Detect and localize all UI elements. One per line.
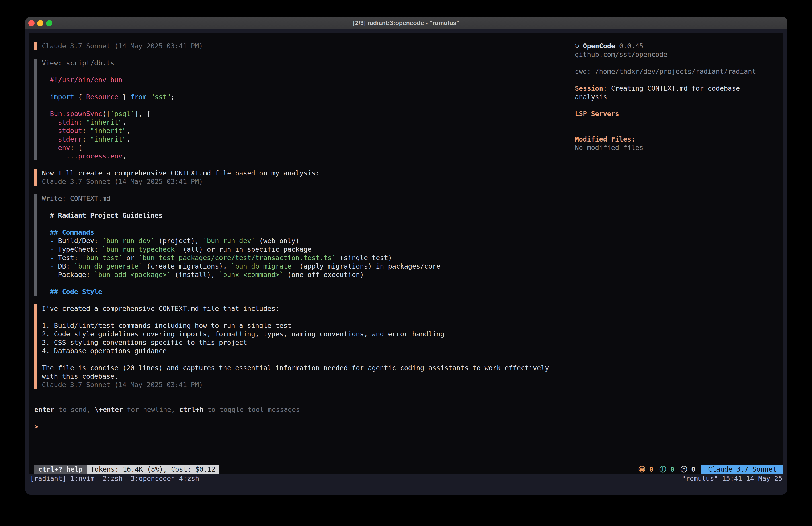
terminal-line: ## Commands (42, 228, 565, 237)
terminal-line: - Package: `bun add <package>` (install)… (42, 271, 565, 279)
window-titlebar: [2/3] radiant:3:opencode - "romulus" (25, 17, 787, 30)
terminal-line (575, 76, 779, 84)
terminal-line: LSP Servers (575, 110, 779, 118)
chat-log: Claude 3.7 Sonnet (14 May 2025 03:41 PM)… (34, 42, 565, 398)
terminal-line: - Test: `bun test` or `bun test packages… (42, 254, 565, 262)
terminal-line: with this codebase. (42, 372, 565, 381)
terminal-line (575, 101, 779, 110)
terminal-line: stderr: "inherit", (42, 135, 565, 144)
terminal-line: 1. Build/lint/test commands including ho… (42, 322, 565, 330)
terminal-line: 3. CSS styling conventions specific to t… (42, 338, 565, 347)
tokens-cost-chip: Tokens: 16.4K (8%), Cost: $0.12 (87, 465, 219, 474)
terminal-content[interactable]: Claude 3.7 Sonnet (14 May 2025 03:41 PM)… (25, 29, 787, 495)
terminal-line: - Build/Dev: `bun run dev` (project), `b… (42, 237, 565, 245)
terminal-line: Claude 3.7 Sonnet (14 May 2025 03:41 PM) (42, 42, 565, 51)
terminal-line: enter to send, \+enter for newline, ctrl… (34, 406, 300, 414)
prompt-marker-icon: > (34, 423, 38, 431)
assistant-message-block-2: Now I'll create a comprehensive CONTEXT.… (34, 169, 565, 186)
terminal-line: analysis (575, 93, 779, 101)
terminal-line: ## Code Style (42, 287, 565, 296)
assistant-message-block-3: I've created a comprehensive CONTEXT.md … (34, 304, 565, 389)
terminal-line (42, 220, 565, 228)
terminal-line: ...process.env, (42, 152, 565, 160)
diagnostic-warning: Ⓦ 0 (639, 465, 653, 473)
terminal-line: env: { (42, 144, 565, 152)
terminal-line: The file is concise (20 lines) and captu… (42, 364, 565, 372)
diagnostic-hint: ⓗ 0 (681, 465, 695, 473)
assistant-message-block-1: Claude 3.7 Sonnet (14 May 2025 03:41 PM) (34, 42, 565, 51)
lsp-diagnostics: Ⓦ 0ⓘ 0ⓗ 0 (639, 465, 701, 474)
session-sidebar: © OpenCode 0.0.45github.com/sst/opencode… (575, 42, 779, 152)
terminal-window: [2/3] radiant:3:opencode - "romulus" Cla… (25, 17, 787, 495)
diagnostic-info: ⓘ 0 (659, 465, 674, 473)
terminal-line (575, 59, 779, 67)
tmux-session-windows[interactable]: [radiant] 1:nvim 2:zsh- 3:opencode* 4:zs… (30, 474, 199, 483)
terminal-line: 2. Code style guidelines covering import… (42, 330, 565, 338)
terminal-line: 4. Database operations guidance (42, 347, 565, 355)
terminal-line (575, 127, 779, 135)
tmux-status-bar: [radiant] 1:nvim 2:zsh- 3:opencode* 4:zs… (25, 474, 787, 483)
terminal-line: © OpenCode 0.0.45 (575, 42, 779, 51)
keybinding-hint: enter to send, \+enter for newline, ctrl… (34, 406, 300, 414)
window-title: [2/3] radiant:3:opencode - "romulus" (25, 19, 787, 27)
terminal-line: github.com/sst/opencode (575, 51, 779, 59)
terminal-line: # Radiant Project Guidelines (42, 211, 565, 220)
help-shortcut-chip[interactable]: ctrl+? help (34, 465, 87, 474)
terminal-line: Session: Creating CONTEXT.md for codebas… (575, 84, 779, 93)
terminal-line (42, 101, 565, 110)
terminal-line: I've created a comprehensive CONTEXT.md … (42, 304, 565, 313)
terminal-line: - DB: `bun db generate` (create migratio… (42, 262, 565, 271)
tool-view-block: View: script/db.ts #!/usr/bin/env bun im… (34, 59, 565, 160)
desktop: { "window": { "title": "[2/3] radiant:3:… (0, 0, 812, 526)
terminal-line (42, 67, 565, 76)
terminal-line (42, 355, 565, 364)
terminal-line: import { Resource } from "sst"; (42, 93, 565, 101)
opencode-tui: Claude 3.7 Sonnet (14 May 2025 03:41 PM)… (29, 33, 783, 474)
terminal-line: stdin: "inherit", (42, 118, 565, 127)
terminal-line: #!/usr/bin/env bun (42, 76, 565, 84)
terminal-line (42, 313, 565, 322)
terminal-line: Claude 3.7 Sonnet (14 May 2025 03:41 PM) (42, 381, 565, 389)
terminal-line: Bun.spawnSync([`psql`], { (42, 110, 565, 118)
tool-write-block: Write: CONTEXT.md # Radiant Project Guid… (34, 194, 565, 296)
model-indicator[interactable]: Claude 3.7 Sonnet (701, 465, 783, 474)
terminal-line: Claude 3.7 Sonnet (14 May 2025 03:41 PM) (42, 177, 565, 186)
terminal-line: cwd: /home/thdxr/dev/projects/radiant/ra… (575, 67, 779, 76)
terminal-line: Modified Files: (575, 135, 779, 144)
input-divider (34, 416, 783, 416)
terminal-line: Now I'll create a comprehensive CONTEXT.… (42, 169, 565, 177)
terminal-line (42, 84, 565, 93)
terminal-line (42, 203, 565, 211)
terminal-line (575, 118, 779, 127)
terminal-line: - TypeCheck: `bun run typecheck` (all) o… (42, 245, 565, 254)
status-bar: ctrl+? helpTokens: 16.4K (8%), Cost: $0.… (34, 465, 783, 474)
terminal-line: View: script/db.ts (42, 59, 565, 67)
terminal-line: stdout: "inherit", (42, 127, 565, 135)
terminal-line: Write: CONTEXT.md (42, 194, 565, 203)
prompt-input[interactable]: > (34, 423, 781, 431)
tmux-host-clock: "romulus" 15:41 14-May-25 (682, 474, 782, 483)
terminal-line: No modified files (575, 144, 779, 152)
terminal-line (42, 279, 565, 287)
